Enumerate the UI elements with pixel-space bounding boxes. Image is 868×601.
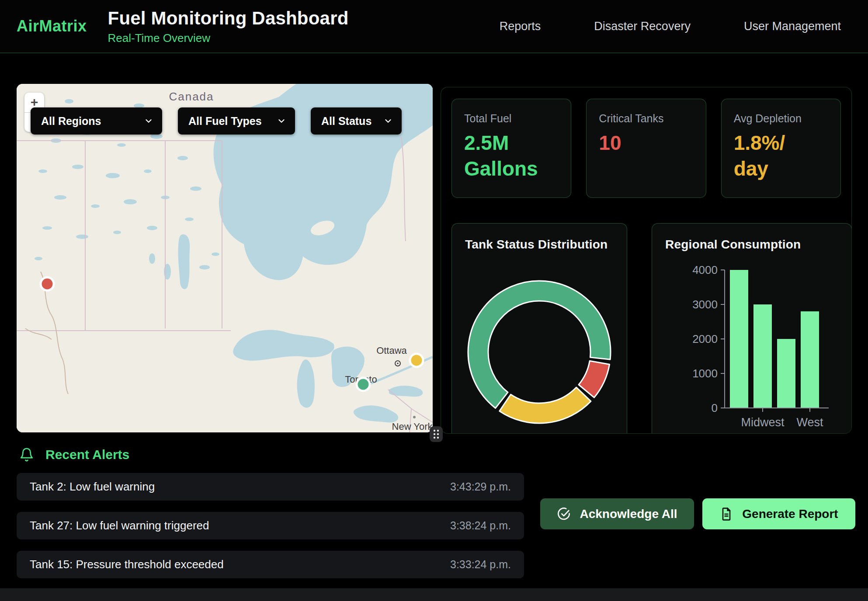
region-filter-value: All Regions (41, 115, 101, 128)
fuel-type-filter-value: All Fuel Types (188, 115, 262, 128)
acknowledge-all-button[interactable]: Acknowledge All (540, 498, 694, 529)
stat-value-avg-depletion: 1.8%/ day (734, 130, 828, 182)
tank-marker-critical[interactable] (41, 277, 54, 290)
alert-timestamp: 3:38:24 p.m. (450, 519, 511, 532)
fuel-type-filter-dropdown[interactable]: All Fuel Types (178, 107, 295, 135)
status-filter-value: All Status (321, 115, 372, 128)
page-title: Fuel Monitoring Dashboard (108, 8, 349, 29)
document-icon (719, 507, 733, 521)
bar-chart-title: Regional Consumption (665, 238, 838, 252)
tank-status-donut-chart (465, 278, 614, 426)
donut-chart-title: Tank Status Distribution (465, 238, 614, 252)
regional-consumption-card: Regional Consumption 01000200030004000Mi… (652, 223, 852, 434)
fuel-monitoring-dashboard: { "header": { "logo": "AirMatrix", "titl… (0, 0, 868, 601)
alert-row[interactable]: Tank 27: Low fuel warning triggered 3:38… (17, 512, 524, 539)
chevron-down-icon (383, 116, 393, 126)
stat-label: Total Fuel (464, 112, 559, 125)
bar-Midwest (753, 304, 772, 408)
tank-marker-normal[interactable] (357, 378, 370, 391)
chevron-down-icon (277, 116, 286, 126)
app-header: AirMatrix Fuel Monitoring Dashboard Real… (0, 0, 868, 53)
chevron-down-icon (144, 116, 153, 126)
y-tick-label: 3000 (692, 298, 718, 311)
tank-status-card: Tank Status Distribution (451, 223, 627, 434)
app-logo: AirMatrix (17, 17, 87, 35)
nav-disaster-recovery[interactable]: Disaster Recovery (594, 20, 691, 33)
bottom-strip (0, 588, 868, 601)
x-tick-label: West (796, 416, 823, 429)
new-york-town-icon (413, 416, 416, 418)
donut-red-segment (579, 361, 610, 397)
map-label-ottawa: Ottawa (376, 345, 407, 356)
stat-card-avg-depletion: Avg Depletion 1.8%/ day (721, 99, 841, 198)
recent-alerts-heading: Recent Alerts (19, 447, 129, 462)
main-nav: Reports Disaster Recovery User Managemen… (500, 20, 868, 33)
grip-dots-icon (432, 428, 441, 440)
map-panel[interactable]: Canada Ottawa Toronto New York + − All R… (17, 84, 433, 432)
alert-message: Tank 2: Low fuel warning (30, 480, 155, 494)
x-tick-label: Midwest (741, 416, 785, 429)
generate-report-label: Generate Report (742, 507, 838, 521)
alert-row[interactable]: Tank 15: Pressure threshold exceeded 3:3… (17, 551, 524, 578)
regional-consumption-bar-chart: 01000200030004000MidwestWest (663, 264, 838, 434)
alert-timestamp: 3:33:24 p.m. (450, 558, 511, 571)
bar-West (801, 311, 819, 408)
bar-region-3 (777, 339, 795, 408)
stat-label: Critical Tanks (599, 112, 693, 125)
generate-report-button[interactable]: Generate Report (702, 498, 855, 529)
alert-timestamp: 3:43:29 p.m. (450, 480, 511, 493)
map-canvas[interactable]: Canada Ottawa Toronto New York (17, 84, 433, 432)
recent-alerts-title: Recent Alerts (45, 447, 129, 462)
charts-row: Tank Status Distribution Regional Consum… (451, 223, 841, 434)
y-tick-label: 0 (712, 401, 718, 414)
map-resize-handle[interactable] (430, 426, 443, 442)
bell-icon (19, 447, 34, 462)
page-subtitle: Real-Time Overview (108, 31, 349, 45)
y-tick-label: 4000 (692, 264, 718, 276)
map-filter-bar: All Regions All Fuel Types All Status (31, 107, 402, 135)
title-block: Fuel Monitoring Dashboard Real-Time Over… (108, 8, 349, 45)
stat-label: Avg Depletion (734, 112, 828, 125)
stat-card-total-fuel: Total Fuel 2.5M Gallons (451, 99, 571, 198)
alert-message: Tank 15: Pressure threshold exceeded (30, 558, 224, 571)
alert-message: Tank 27: Low fuel warning triggered (30, 519, 209, 532)
region-filter-dropdown[interactable]: All Regions (31, 107, 162, 135)
nav-reports[interactable]: Reports (500, 20, 541, 33)
donut-yellow-segment (500, 387, 591, 423)
bar-region-1 (730, 270, 748, 408)
stat-card-critical-tanks: Critical Tanks 10 (586, 99, 706, 198)
acknowledge-all-label: Acknowledge All (580, 507, 677, 521)
map-lake (149, 253, 155, 264)
stats-row: Total Fuel 2.5M Gallons Critical Tanks 1… (451, 99, 841, 198)
y-tick-label: 1000 (692, 367, 718, 380)
status-filter-dropdown[interactable]: All Status (311, 107, 402, 135)
y-tick-label: 2000 (692, 332, 718, 345)
map-label-new-york: New York (392, 421, 433, 432)
map-label-canada: Canada (169, 90, 214, 103)
check-circle-icon (557, 507, 571, 521)
stat-value-critical-tanks: 10 (599, 130, 693, 156)
overview-panel: Total Fuel 2.5M Gallons Critical Tanks 1… (441, 87, 852, 434)
alert-row[interactable]: Tank 2: Low fuel warning 3:43:29 p.m. (17, 473, 524, 501)
stat-value-total-fuel: 2.5M Gallons (464, 130, 559, 182)
nav-user-management[interactable]: User Management (744, 20, 841, 33)
tank-marker-warning[interactable] (410, 354, 423, 367)
